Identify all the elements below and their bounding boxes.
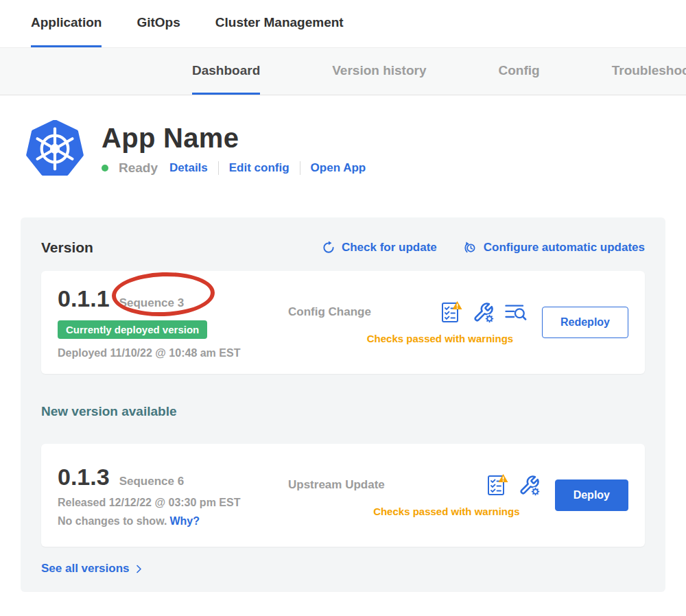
current-version-number: 0.1.1 — [58, 285, 110, 312]
check-for-update-label: Check for update — [342, 241, 437, 254]
page: Application GitOps Cluster Management Da… — [0, 0, 686, 616]
change-and-checks-row: Upstream Update — [288, 473, 540, 497]
released-timestamp: Released 12/12/22 @ 03:30 pm EST — [58, 497, 288, 509]
app-status-row: Ready Details Edit config Open App — [102, 161, 366, 176]
app-title: App Name — [102, 123, 366, 154]
nav-item-application[interactable]: Application — [31, 0, 102, 47]
nav-item-label: GitOps — [137, 15, 180, 30]
sub-nav: Dashboard Version history Config Trouble… — [0, 48, 686, 95]
tab-config[interactable]: Config — [499, 48, 540, 95]
check-for-update-button[interactable]: Check for update — [322, 241, 437, 254]
nav-item-cluster-management[interactable]: Cluster Management — [215, 0, 344, 47]
version-panel-title: Version — [41, 239, 93, 256]
divider — [300, 161, 300, 175]
current-version-sequence: Sequence 3 — [119, 296, 185, 310]
tab-troubleshoot[interactable]: Troubleshoot — [612, 48, 686, 95]
wrench-gear-icon[interactable] — [519, 475, 540, 496]
deployed-version-badge: Currently deployed version — [58, 320, 207, 339]
check-icons — [440, 300, 527, 324]
status-dot — [102, 165, 108, 171]
change-and-checks-row: Config Change — [288, 300, 527, 324]
current-version-info: 0.1.1 Sequence 3 Currently deployed vers… — [58, 285, 288, 360]
new-version-heading: New version available — [41, 404, 645, 419]
configure-auto-updates-button[interactable]: Configure automatic updates — [463, 241, 645, 255]
tab-label: Troubleshoot — [612, 63, 686, 78]
kubernetes-logo-icon — [26, 120, 84, 178]
current-version-card: 0.1.1 Sequence 3 Currently deployed vers… — [41, 271, 645, 374]
chevron-right-icon — [134, 564, 144, 574]
version-panel: Version Check for update — [21, 217, 665, 592]
details-link[interactable]: Details — [169, 161, 208, 175]
tab-label: Dashboard — [192, 63, 260, 78]
configure-auto-updates-label: Configure automatic updates — [484, 241, 645, 254]
checks-status-text: Checks passed with warnings — [288, 506, 540, 517]
open-app-link[interactable]: Open App — [311, 161, 366, 175]
tab-dashboard[interactable]: Dashboard — [192, 48, 260, 95]
available-version-info: 0.1.3 Sequence 6 Released 12/12/22 @ 03:… — [58, 458, 288, 533]
deployed-timestamp: Deployed 11/10/22 @ 10:48 am EST — [58, 347, 288, 359]
current-version-action: Redeploy — [542, 307, 628, 338]
divider — [218, 161, 219, 175]
nav-item-gitops[interactable]: GitOps — [137, 0, 180, 47]
available-version-action: Deploy — [555, 479, 628, 511]
preflight-checklist-warning-icon[interactable] — [486, 473, 508, 497]
version-panel-header: Version Check for update — [41, 239, 645, 256]
preflight-checklist-warning-icon[interactable] — [440, 300, 462, 324]
version-row: 0.1.1 Sequence 3 — [58, 285, 288, 312]
available-version-number: 0.1.3 — [58, 464, 110, 490]
clock-refresh-icon — [463, 241, 477, 255]
deploy-button[interactable]: Deploy — [555, 479, 628, 511]
tab-label: Version history — [332, 63, 426, 78]
top-nav: Application GitOps Cluster Management — [0, 0, 686, 48]
current-version-details: Config Change — [288, 285, 542, 360]
tab-label: Config — [499, 63, 540, 78]
refresh-icon — [322, 241, 335, 254]
version-panel-actions: Check for update Configure automatic upd… — [322, 241, 645, 255]
version-row: 0.1.3 Sequence 6 — [58, 464, 288, 490]
app-header-text: App Name Ready Details Edit config Open … — [102, 123, 366, 176]
nav-item-label: Cluster Management — [215, 15, 344, 30]
edit-config-link[interactable]: Edit config — [229, 161, 289, 175]
redeploy-button[interactable]: Redeploy — [542, 307, 628, 338]
document-search-icon[interactable] — [504, 303, 527, 322]
tab-version-history[interactable]: Version history — [332, 48, 426, 95]
no-changes-text: No changes to show. — [58, 515, 167, 527]
change-type-label: Upstream Update — [288, 478, 418, 492]
checks-status-text: Checks passed with warnings — [288, 333, 527, 344]
nav-item-label: Application — [31, 15, 102, 30]
status-text: Ready — [119, 161, 158, 176]
available-version-details: Upstream Update — [288, 458, 555, 533]
wrench-gear-icon[interactable] — [473, 302, 494, 323]
check-icons — [486, 473, 540, 497]
available-version-card: 0.1.3 Sequence 6 Released 12/12/22 @ 03:… — [41, 444, 645, 547]
no-changes-row: No changes to show.Why? — [58, 515, 288, 528]
see-all-versions-label: See all versions — [41, 562, 130, 576]
see-all-versions-link[interactable]: See all versions — [41, 562, 144, 576]
available-version-sequence: Sequence 6 — [119, 475, 185, 488]
app-header: App Name Ready Details Edit config Open … — [0, 95, 686, 178]
why-link[interactable]: Why? — [169, 515, 200, 527]
change-type-label: Config Change — [288, 305, 418, 319]
